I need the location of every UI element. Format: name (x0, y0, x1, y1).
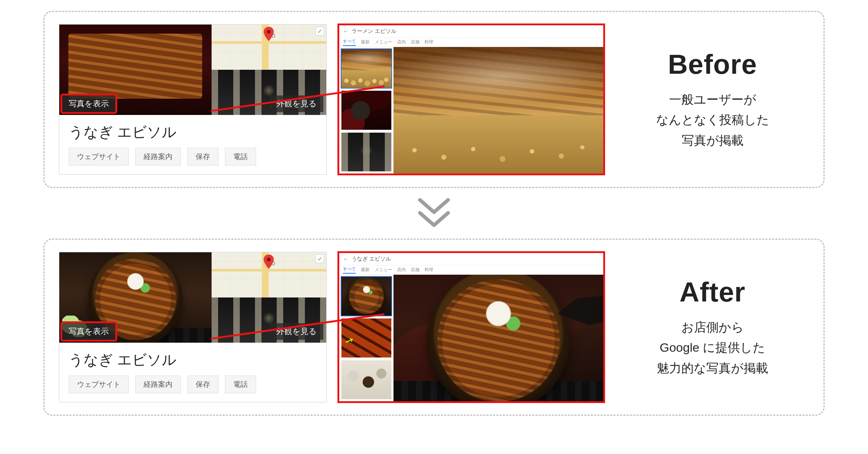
listing-main-photo[interactable]: 写真を表示 (59, 25, 212, 115)
gallery-tab[interactable]: 店内 (397, 39, 406, 45)
gallery-title: うなぎ エビソル (352, 256, 391, 262)
before-description: 一般ユーザーが なんとなく投稿した 写真が掲載 (616, 89, 809, 150)
gallery-tab[interactable]: すべて (343, 266, 356, 274)
svg-point-2 (267, 258, 271, 261)
directions-button[interactable]: 経路案内 (135, 148, 181, 166)
listing-title: うなぎ エビソル (69, 350, 317, 370)
after-panel: 写真を表示 CO ⤢ 外観を見る うなぎ エビソル (43, 239, 825, 416)
listing-exterior-photo[interactable]: 外観を見る (212, 70, 326, 115)
gallery-tab[interactable]: メニュー (375, 267, 392, 273)
svg-point-0 (267, 30, 271, 34)
gallery-tab[interactable]: 店舗 (411, 39, 420, 45)
listing-main-photo[interactable]: 写真を表示 (59, 252, 212, 343)
gallery-thumb[interactable]: ➚ (341, 318, 392, 358)
down-arrow-icon (43, 188, 825, 239)
listing-exterior-photo[interactable]: 外観を見る (212, 297, 326, 343)
gallery-thumb[interactable] (341, 360, 392, 400)
website-button[interactable]: ウェブサイト (69, 376, 129, 393)
gallery-thumb[interactable] (341, 132, 392, 172)
directions-button[interactable]: 経路案内 (135, 376, 181, 393)
map-pin-icon (264, 27, 274, 43)
gallery-main-photo[interactable] (393, 47, 603, 174)
gallery-tab[interactable]: メニュー (375, 39, 392, 45)
gallery-tabs: すべて 最新 メニュー 店内 店舗 料理 (339, 265, 603, 275)
gallery-thumb[interactable] (341, 48, 392, 89)
before-heading: Before (616, 48, 809, 80)
food-bowl-photo (393, 275, 603, 401)
gallery-tab[interactable]: 最新 (361, 267, 370, 273)
gallery-tabs: すべて 最新 メニュー 店内 店舗 料理 (339, 38, 603, 47)
listing-media: 写真を表示 CO ⤢ 外観を見る (59, 25, 326, 115)
gallery-tab[interactable]: 料理 (425, 39, 433, 45)
gallery-thumbnails (339, 47, 393, 174)
view-exterior-button[interactable]: 外観を見る (270, 323, 323, 340)
show-photos-button[interactable]: 写真を表示 (62, 95, 115, 112)
back-icon[interactable]: ← (343, 256, 349, 262)
gallery-main-photo[interactable] (393, 275, 603, 401)
map-expand-icon[interactable]: ⤢ (315, 27, 324, 35)
gallery-tab[interactable]: 料理 (425, 267, 433, 273)
show-photos-button[interactable]: 写真を表示 (62, 323, 115, 340)
gallery-header: ← ラーメン エビソル (339, 25, 603, 38)
before-panel: 写真を表示 CO ⤢ 外観を見る うなぎ エビソル (43, 11, 825, 188)
listing-media: 写真を表示 CO ⤢ 外観を見る (59, 252, 326, 343)
after-heading: After (616, 276, 809, 308)
website-button[interactable]: ウェブサイト (69, 148, 129, 166)
listing-map[interactable]: CO ⤢ (212, 25, 326, 70)
gallery-tab[interactable]: 店舗 (411, 267, 420, 273)
listing-map[interactable]: CO ⤢ (212, 252, 326, 297)
listing-title: うなぎ エビソル (69, 122, 317, 142)
map-pin-icon (264, 254, 274, 270)
gallery-tab[interactable]: 最新 (361, 39, 370, 45)
photo-gallery-after: ← うなぎ エビソル すべて 最新 メニュー 店内 店舗 料理 ➚ (337, 251, 605, 403)
view-exterior-button[interactable]: 外観を見る (270, 95, 323, 112)
call-button[interactable]: 電話 (225, 148, 256, 166)
food-closeup-photo (393, 47, 603, 174)
save-button[interactable]: 保存 (187, 148, 218, 166)
listing-actions: ウェブサイト 経路案内 保存 電話 (69, 376, 317, 393)
gallery-tab[interactable]: 店内 (397, 267, 406, 273)
gallery-tab[interactable]: すべて (343, 38, 356, 46)
google-listing-card-after: 写真を表示 CO ⤢ 外観を見る うなぎ エビソル (59, 252, 327, 402)
gallery-header: ← うなぎ エビソル (339, 253, 603, 265)
after-description: お店側から Google に提供した 魅力的な写真が掲載 (616, 317, 809, 378)
save-button[interactable]: 保存 (187, 376, 218, 393)
after-text: After お店側から Google に提供した 魅力的な写真が掲載 (616, 276, 809, 378)
photo-gallery-before: ← ラーメン エビソル すべて 最新 メニュー 店内 店舗 料理 (337, 23, 605, 175)
map-expand-icon[interactable]: ⤢ (315, 254, 324, 263)
call-button[interactable]: 電話 (225, 376, 256, 393)
before-text: Before 一般ユーザーが なんとなく投稿した 写真が掲載 (616, 48, 809, 150)
gallery-title: ラーメン エビソル (352, 28, 396, 35)
listing-actions: ウェブサイト 経路案内 保存 電話 (69, 148, 317, 166)
gallery-thumb[interactable] (341, 276, 392, 316)
google-listing-card-before: 写真を表示 CO ⤢ 外観を見る うなぎ エビソル (59, 24, 327, 175)
gallery-thumbnails: ➚ (339, 275, 393, 401)
gallery-thumb[interactable] (341, 90, 392, 130)
back-icon[interactable]: ← (343, 28, 349, 35)
